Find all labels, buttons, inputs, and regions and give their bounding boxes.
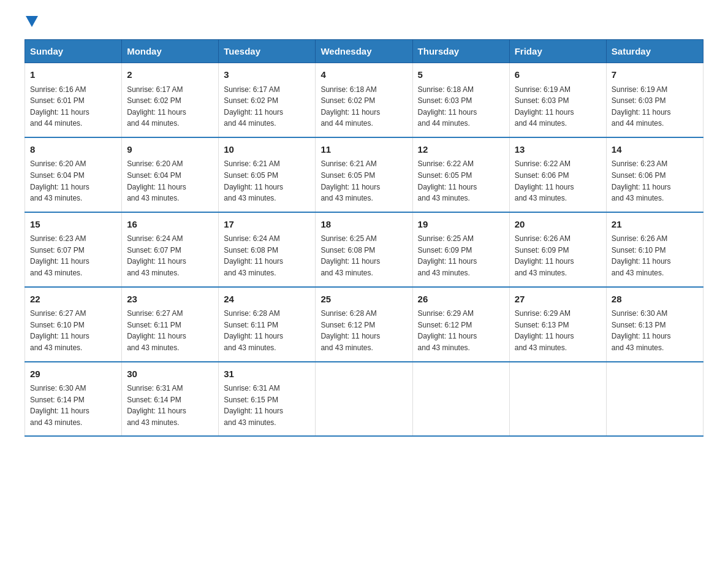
day-number: 6 [515, 68, 601, 82]
header-cell-tuesday: Tuesday [219, 40, 316, 63]
day-cell: 11Sunrise: 6:21 AMSunset: 6:05 PMDayligh… [316, 137, 412, 212]
logo [25, 18, 38, 27]
day-number: 20 [515, 218, 601, 232]
day-info: Sunrise: 6:17 AMSunset: 6:02 PMDaylight:… [127, 84, 213, 129]
day-info: Sunrise: 6:25 AMSunset: 6:08 PMDaylight:… [320, 233, 407, 278]
day-cell: 29Sunrise: 6:30 AMSunset: 6:14 PMDayligh… [25, 362, 122, 437]
day-info: Sunrise: 6:26 AMSunset: 6:10 PMDaylight:… [612, 233, 698, 278]
day-info: Sunrise: 6:27 AMSunset: 6:11 PMDaylight:… [127, 308, 213, 353]
day-number: 26 [418, 293, 504, 307]
day-number: 8 [30, 143, 116, 157]
day-cell: 23Sunrise: 6:27 AMSunset: 6:11 PMDayligh… [122, 287, 219, 362]
day-info: Sunrise: 6:26 AMSunset: 6:09 PMDaylight:… [515, 233, 601, 278]
week-row-2: 8Sunrise: 6:20 AMSunset: 6:04 PMDaylight… [25, 137, 703, 212]
day-info: Sunrise: 6:22 AMSunset: 6:06 PMDaylight:… [515, 158, 601, 204]
day-info: Sunrise: 6:18 AMSunset: 6:02 PMDaylight:… [320, 84, 407, 129]
day-number: 16 [127, 218, 213, 232]
calendar-table: SundayMondayTuesdayWednesdayThursdayFrid… [25, 39, 703, 437]
day-cell [606, 362, 703, 437]
day-number: 23 [127, 293, 213, 307]
header-cell-sunday: Sunday [25, 40, 122, 63]
day-number: 22 [30, 293, 116, 307]
day-cell: 14Sunrise: 6:23 AMSunset: 6:06 PMDayligh… [606, 137, 703, 212]
day-cell: 10Sunrise: 6:21 AMSunset: 6:05 PMDayligh… [219, 137, 316, 212]
day-info: Sunrise: 6:24 AMSunset: 6:07 PMDaylight:… [127, 233, 213, 278]
day-cell: 31Sunrise: 6:31 AMSunset: 6:15 PMDayligh… [219, 362, 316, 437]
page-header [25, 18, 703, 27]
day-info: Sunrise: 6:21 AMSunset: 6:05 PMDaylight:… [224, 158, 310, 204]
day-number: 13 [515, 143, 601, 157]
day-cell [316, 362, 412, 437]
day-cell: 4Sunrise: 6:18 AMSunset: 6:02 PMDaylight… [316, 63, 412, 137]
day-info: Sunrise: 6:31 AMSunset: 6:15 PMDaylight:… [224, 383, 310, 428]
day-number: 5 [418, 68, 504, 82]
day-cell: 17Sunrise: 6:24 AMSunset: 6:08 PMDayligh… [219, 212, 316, 287]
header-row: SundayMondayTuesdayWednesdayThursdayFrid… [25, 40, 703, 63]
day-cell: 7Sunrise: 6:19 AMSunset: 6:03 PMDaylight… [606, 63, 703, 137]
day-info: Sunrise: 6:21 AMSunset: 6:05 PMDaylight:… [320, 158, 407, 204]
header-cell-saturday: Saturday [606, 40, 703, 63]
day-number: 15 [30, 218, 116, 232]
day-info: Sunrise: 6:16 AMSunset: 6:01 PMDaylight:… [30, 84, 116, 129]
day-info: Sunrise: 6:30 AMSunset: 6:13 PMDaylight:… [612, 308, 698, 353]
day-number: 30 [127, 367, 213, 381]
day-info: Sunrise: 6:30 AMSunset: 6:14 PMDaylight:… [30, 383, 116, 428]
day-cell: 16Sunrise: 6:24 AMSunset: 6:07 PMDayligh… [122, 212, 219, 287]
day-info: Sunrise: 6:28 AMSunset: 6:11 PMDaylight:… [224, 308, 310, 353]
header-cell-monday: Monday [122, 40, 219, 63]
day-number: 2 [127, 68, 213, 82]
day-cell: 15Sunrise: 6:23 AMSunset: 6:07 PMDayligh… [25, 212, 122, 287]
day-number: 24 [224, 293, 310, 307]
day-number: 9 [127, 143, 213, 157]
header-cell-wednesday: Wednesday [316, 40, 412, 63]
day-cell: 2Sunrise: 6:17 AMSunset: 6:02 PMDaylight… [122, 63, 219, 137]
day-number: 19 [418, 218, 504, 232]
day-cell: 22Sunrise: 6:27 AMSunset: 6:10 PMDayligh… [25, 287, 122, 362]
day-cell: 12Sunrise: 6:22 AMSunset: 6:05 PMDayligh… [412, 137, 509, 212]
day-number: 18 [320, 218, 407, 232]
day-info: Sunrise: 6:20 AMSunset: 6:04 PMDaylight:… [127, 158, 213, 204]
day-info: Sunrise: 6:31 AMSunset: 6:14 PMDaylight:… [127, 383, 213, 428]
calendar-body: 1Sunrise: 6:16 AMSunset: 6:01 PMDaylight… [25, 63, 703, 437]
day-info: Sunrise: 6:29 AMSunset: 6:13 PMDaylight:… [515, 308, 601, 353]
day-number: 27 [515, 293, 601, 307]
day-cell: 13Sunrise: 6:22 AMSunset: 6:06 PMDayligh… [509, 137, 606, 212]
day-number: 4 [320, 68, 407, 82]
day-info: Sunrise: 6:23 AMSunset: 6:07 PMDaylight:… [30, 233, 116, 278]
day-cell: 6Sunrise: 6:19 AMSunset: 6:03 PMDaylight… [509, 63, 606, 137]
day-cell: 18Sunrise: 6:25 AMSunset: 6:08 PMDayligh… [316, 212, 412, 287]
day-cell: 24Sunrise: 6:28 AMSunset: 6:11 PMDayligh… [219, 287, 316, 362]
day-info: Sunrise: 6:28 AMSunset: 6:12 PMDaylight:… [320, 308, 407, 353]
day-number: 1 [30, 68, 116, 82]
day-cell: 26Sunrise: 6:29 AMSunset: 6:12 PMDayligh… [412, 287, 509, 362]
day-cell: 28Sunrise: 6:30 AMSunset: 6:13 PMDayligh… [606, 287, 703, 362]
week-row-5: 29Sunrise: 6:30 AMSunset: 6:14 PMDayligh… [25, 362, 703, 437]
day-info: Sunrise: 6:18 AMSunset: 6:03 PMDaylight:… [418, 84, 504, 129]
day-info: Sunrise: 6:23 AMSunset: 6:06 PMDaylight:… [612, 158, 698, 204]
day-cell: 30Sunrise: 6:31 AMSunset: 6:14 PMDayligh… [122, 362, 219, 437]
day-info: Sunrise: 6:19 AMSunset: 6:03 PMDaylight:… [515, 84, 601, 129]
week-row-1: 1Sunrise: 6:16 AMSunset: 6:01 PMDaylight… [25, 63, 703, 137]
day-info: Sunrise: 6:20 AMSunset: 6:04 PMDaylight:… [30, 158, 116, 204]
day-cell: 5Sunrise: 6:18 AMSunset: 6:03 PMDaylight… [412, 63, 509, 137]
day-cell: 20Sunrise: 6:26 AMSunset: 6:09 PMDayligh… [509, 212, 606, 287]
day-number: 21 [612, 218, 698, 232]
day-info: Sunrise: 6:29 AMSunset: 6:12 PMDaylight:… [418, 308, 504, 353]
calendar-header: SundayMondayTuesdayWednesdayThursdayFrid… [25, 40, 703, 63]
day-cell: 27Sunrise: 6:29 AMSunset: 6:13 PMDayligh… [509, 287, 606, 362]
day-info: Sunrise: 6:24 AMSunset: 6:08 PMDaylight:… [224, 233, 310, 278]
day-cell: 1Sunrise: 6:16 AMSunset: 6:01 PMDaylight… [25, 63, 122, 137]
day-info: Sunrise: 6:17 AMSunset: 6:02 PMDaylight:… [224, 84, 310, 129]
day-number: 10 [224, 143, 310, 157]
day-info: Sunrise: 6:22 AMSunset: 6:05 PMDaylight:… [418, 158, 504, 204]
day-number: 3 [224, 68, 310, 82]
day-cell: 8Sunrise: 6:20 AMSunset: 6:04 PMDaylight… [25, 137, 122, 212]
day-number: 12 [418, 143, 504, 157]
day-number: 25 [320, 293, 407, 307]
week-row-4: 22Sunrise: 6:27 AMSunset: 6:10 PMDayligh… [25, 287, 703, 362]
day-cell: 25Sunrise: 6:28 AMSunset: 6:12 PMDayligh… [316, 287, 412, 362]
day-cell: 3Sunrise: 6:17 AMSunset: 6:02 PMDaylight… [219, 63, 316, 137]
logo-arrow-icon [26, 16, 38, 27]
day-info: Sunrise: 6:19 AMSunset: 6:03 PMDaylight:… [612, 84, 698, 129]
day-cell [412, 362, 509, 437]
